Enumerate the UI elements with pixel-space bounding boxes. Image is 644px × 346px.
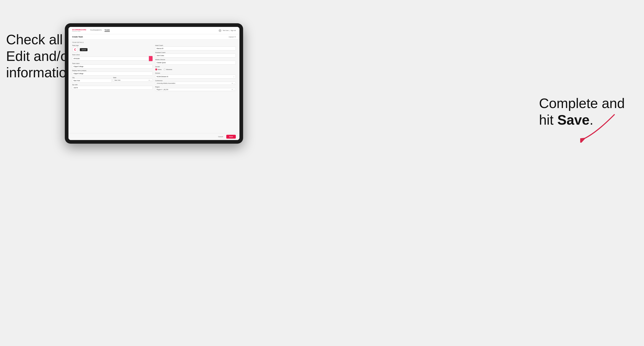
logo-area: SCOREBOARD Powered by clippd bbox=[72, 29, 86, 32]
form-footer: Cancel Save bbox=[68, 133, 240, 140]
city-group: City bbox=[72, 77, 112, 83]
create-team-title: Create Team bbox=[72, 36, 83, 38]
conference-group: Conference University Athletic Associati… bbox=[155, 80, 236, 85]
city-state-row: City State New York ✕ ⌄ bbox=[72, 77, 153, 83]
cancel-header-btn[interactable]: Cancel ✕ bbox=[229, 36, 236, 38]
logo-sub: Powered by clippd bbox=[72, 31, 86, 32]
region-controls: ✕ ⌄ bbox=[232, 89, 235, 90]
state-group: State New York ✕ ⌄ bbox=[113, 77, 153, 83]
display-name-group: Display name (unique) bbox=[72, 70, 153, 75]
content-area[interactable]: TEAM DETAILS Team logo C Upload bbox=[68, 40, 240, 133]
team-colour-label: Team colour bbox=[72, 54, 153, 55]
conference-select[interactable]: University Athletic Association ✕ ⌄ bbox=[155, 82, 236, 85]
gender-group: Gender Mens Womens bbox=[155, 66, 236, 71]
state-value: New York bbox=[114, 80, 120, 81]
radio-womens[interactable]: Womens bbox=[164, 68, 172, 70]
assistant-coach-group: Assistant Coach bbox=[155, 52, 236, 57]
arrow-right-icon bbox=[580, 112, 617, 143]
form-content: TEAM DETAILS Team logo C Upload bbox=[68, 40, 240, 93]
zip-input[interactable] bbox=[72, 86, 153, 90]
color-text-input[interactable] bbox=[72, 57, 149, 60]
section-label: TEAM DETAILS bbox=[72, 42, 236, 43]
user-avatar bbox=[218, 29, 222, 32]
logo-upload-area: C Upload bbox=[72, 46, 153, 53]
color-swatch[interactable] bbox=[149, 56, 153, 61]
region-select[interactable]: Region II - (M) DIII ✕ ⌄ bbox=[155, 88, 236, 91]
team-name-label: Team name bbox=[72, 63, 153, 64]
division-select[interactable]: NCAA Division III bbox=[155, 75, 236, 78]
logo-circle: C bbox=[72, 46, 78, 53]
user-text: Test User | bbox=[223, 30, 229, 31]
region-chevron-icon: ⌄ bbox=[233, 89, 235, 90]
athletic-director-input[interactable] bbox=[155, 61, 236, 65]
form-grid: Team logo C Upload Team colour bbox=[72, 45, 236, 91]
state-controls: ✕ ⌄ bbox=[148, 79, 152, 81]
state-clear-icon[interactable]: ✕ bbox=[148, 79, 150, 81]
nav-items: TOURNAMENTS TEAMS bbox=[90, 29, 218, 32]
state-label: State bbox=[113, 77, 153, 78]
zip-label: Zip code bbox=[72, 84, 153, 85]
conference-label: Conference bbox=[155, 80, 236, 81]
form-right: Head Coach Assistant Coach Athletic Dire… bbox=[155, 45, 236, 91]
head-coach-input[interactable] bbox=[155, 46, 236, 50]
nav-right: Test User | Sign out bbox=[218, 29, 236, 32]
state-select[interactable]: New York ✕ ⌄ bbox=[113, 79, 153, 82]
upload-button[interactable]: Upload bbox=[80, 48, 88, 51]
athletic-director-label: Athletic Director bbox=[155, 59, 236, 60]
division-group: Division NCAA Division III bbox=[155, 72, 236, 78]
athletic-director-group: Athletic Director bbox=[155, 59, 236, 65]
logo-scoreboard: SCOREBOARD bbox=[72, 29, 86, 31]
nav-tournaments[interactable]: TOURNAMENTS bbox=[90, 29, 102, 32]
form-left: Team logo C Upload Team colour bbox=[72, 45, 153, 91]
team-logo-label: Team logo bbox=[72, 45, 153, 46]
conference-chevron-icon: ⌄ bbox=[233, 82, 235, 84]
navbar: SCOREBOARD Powered by clippd TOURNAMENTS… bbox=[68, 27, 240, 34]
display-name-input[interactable] bbox=[72, 72, 153, 75]
close-icon: ✕ bbox=[234, 36, 236, 38]
head-coach-label: Head Coach bbox=[155, 45, 236, 46]
head-coach-group: Head Coach bbox=[155, 45, 236, 50]
color-input-row bbox=[72, 56, 153, 61]
radio-group: Mens Womens bbox=[155, 68, 236, 71]
city-label: City bbox=[72, 77, 112, 78]
assistant-coach-label: Assistant Coach bbox=[155, 52, 236, 53]
state-chevron-icon: ⌄ bbox=[150, 79, 152, 81]
team-name-group: Team name bbox=[72, 63, 153, 68]
gender-label: Gender bbox=[155, 66, 236, 67]
save-button[interactable]: Save bbox=[226, 135, 236, 139]
region-group: Region Region II - (M) DIII ✕ ⌄ bbox=[155, 86, 236, 91]
city-state-group: City State New York ✕ ⌄ bbox=[72, 77, 153, 83]
conference-clear-icon[interactable]: ✕ bbox=[232, 82, 233, 84]
assistant-coach-input[interactable] bbox=[155, 54, 236, 57]
zip-group: Zip code bbox=[72, 84, 153, 90]
conference-controls: ✕ ⌄ bbox=[232, 82, 235, 84]
display-name-label: Display name (unique) bbox=[72, 70, 153, 71]
team-name-input[interactable] bbox=[72, 65, 153, 68]
conference-value: University Athletic Association bbox=[156, 83, 176, 84]
radio-mens-dot bbox=[155, 68, 157, 70]
region-clear-icon[interactable]: ✕ bbox=[232, 89, 233, 90]
tablet-frame: SCOREBOARD Powered by clippd TOURNAMENTS… bbox=[65, 23, 243, 144]
team-logo-group: Team logo C Upload bbox=[72, 45, 153, 53]
nav-teams[interactable]: TEAMS bbox=[104, 29, 110, 32]
region-label: Region bbox=[155, 86, 236, 88]
city-input[interactable] bbox=[72, 79, 112, 83]
division-label: Division bbox=[155, 72, 236, 74]
radio-womens-dot bbox=[164, 68, 166, 70]
cancel-button[interactable]: Cancel bbox=[216, 135, 225, 138]
region-value: Region II - (M) DIII bbox=[156, 89, 168, 90]
create-team-header: Create Team Cancel ✕ bbox=[68, 34, 240, 40]
division-select-wrapper: NCAA Division III bbox=[155, 74, 236, 78]
team-colour-group: Team colour bbox=[72, 54, 153, 61]
tablet-screen: SCOREBOARD Powered by clippd TOURNAMENTS… bbox=[68, 27, 240, 140]
radio-mens[interactable]: Mens bbox=[155, 68, 162, 70]
sign-out-link[interactable]: Sign out bbox=[230, 30, 236, 31]
